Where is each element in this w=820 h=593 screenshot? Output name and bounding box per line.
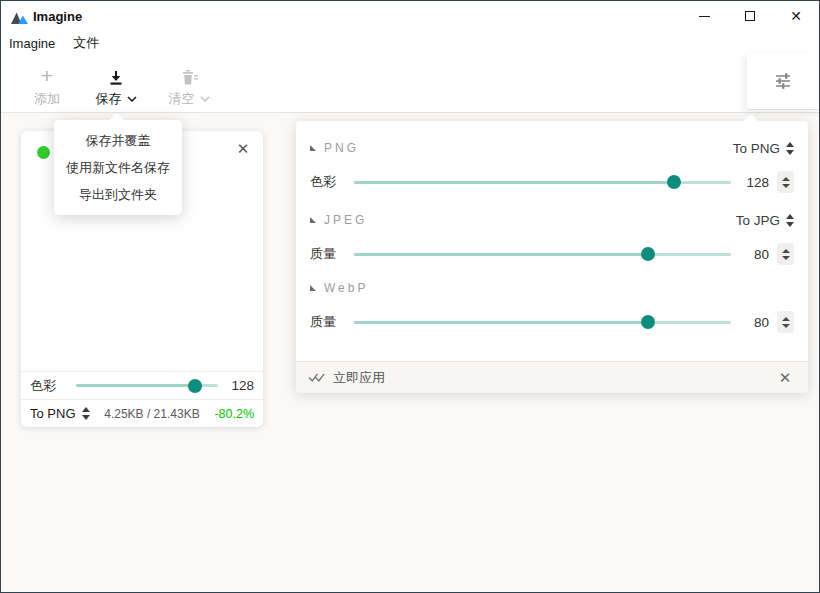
value-spinner[interactable] bbox=[777, 171, 794, 193]
main-area: ✕ 色彩 128 To PNG 4.25KB / 2 bbox=[1, 113, 819, 592]
section-name: JPEG bbox=[324, 213, 367, 227]
chevron-down-icon bbox=[200, 96, 210, 102]
value-spinner[interactable] bbox=[777, 311, 794, 333]
clear-button-label: 清空 bbox=[169, 90, 195, 108]
window-controls: ✕ bbox=[681, 1, 819, 31]
slider-thumb[interactable] bbox=[641, 247, 655, 261]
panel-close-button[interactable]: ✕ bbox=[774, 369, 796, 387]
settings-button[interactable] bbox=[747, 53, 819, 110]
jpeg-slider-row: 质量 80 bbox=[310, 231, 794, 277]
format-selector[interactable]: To PNG bbox=[30, 406, 90, 421]
format-label: To JPG bbox=[736, 213, 780, 228]
plus-icon: + bbox=[14, 64, 80, 86]
toolbar: + 添加 保存 bbox=[1, 55, 819, 113]
webp-slider-row: 质量 80 bbox=[310, 299, 794, 345]
slider-label: 色彩 bbox=[310, 173, 346, 191]
title-bar: Imagine ✕ bbox=[1, 1, 819, 31]
clear-button[interactable]: 清空 bbox=[156, 64, 222, 108]
updown-arrows-icon bbox=[82, 407, 90, 420]
slider-value: 80 bbox=[743, 247, 769, 262]
card-slider-row: 色彩 128 bbox=[21, 371, 263, 399]
minimize-icon bbox=[699, 16, 710, 17]
expand-icon bbox=[310, 145, 316, 151]
save-button[interactable]: 保存 bbox=[83, 64, 149, 108]
card-format-row: To PNG 4.25KB / 21.43KB -80.2% bbox=[21, 399, 263, 427]
slider-value: 80 bbox=[743, 315, 769, 330]
slider-label: 质量 bbox=[310, 313, 346, 331]
card-footer: 色彩 128 To PNG 4.25KB / 21.43KB -80.2% bbox=[21, 371, 263, 427]
jpeg-quality-slider[interactable] bbox=[354, 253, 731, 256]
value-spinner[interactable] bbox=[777, 243, 794, 265]
section-name: WebP bbox=[324, 281, 368, 295]
webp-quality-slider[interactable] bbox=[354, 321, 731, 324]
updown-arrows-icon bbox=[786, 142, 794, 155]
window-title: Imagine bbox=[33, 9, 82, 24]
section-name: PNG bbox=[324, 141, 359, 155]
jpeg-format-selector[interactable]: To JPG bbox=[736, 213, 794, 228]
panel-bottom-bar: 立即应用 ✕ bbox=[296, 361, 808, 393]
card-close-button[interactable]: ✕ bbox=[231, 137, 255, 161]
format-label: To PNG bbox=[30, 406, 76, 421]
chevron-down-icon bbox=[127, 96, 137, 102]
section-header-jpeg[interactable]: JPEG To JPG bbox=[310, 209, 794, 231]
png-color-slider[interactable] bbox=[354, 181, 731, 184]
slider-value: 128 bbox=[743, 175, 769, 190]
updown-arrows-icon bbox=[786, 214, 794, 227]
section-header-png[interactable]: PNG To PNG bbox=[310, 121, 794, 159]
menu-item-save-overwrite[interactable]: 保存并覆盖 bbox=[54, 127, 182, 154]
add-button[interactable]: + 添加 bbox=[14, 64, 80, 108]
double-check-icon bbox=[308, 372, 325, 383]
menu-file[interactable]: 文件 bbox=[64, 32, 108, 54]
slider-label: 色彩 bbox=[30, 377, 66, 395]
settings-panel: PNG To PNG 色彩 128 bbox=[296, 121, 808, 393]
slider-thumb[interactable] bbox=[188, 379, 202, 393]
savings-badge: -80.2% bbox=[214, 407, 254, 421]
menu-item-export-folder[interactable]: 导出到文件夹 bbox=[54, 181, 182, 208]
menu-imagine[interactable]: Imagine bbox=[1, 34, 64, 53]
menu-item-save-new-name[interactable]: 使用新文件名保存 bbox=[54, 154, 182, 181]
save-button-label: 保存 bbox=[96, 90, 122, 108]
maximize-icon bbox=[745, 11, 755, 21]
expand-icon bbox=[310, 217, 316, 223]
close-button[interactable]: ✕ bbox=[773, 1, 819, 31]
slider-value: 128 bbox=[228, 378, 254, 393]
slider-thumb[interactable] bbox=[667, 175, 681, 189]
add-button-label: 添加 bbox=[34, 90, 60, 108]
section-header-webp[interactable]: WebP bbox=[310, 277, 794, 299]
expand-icon bbox=[310, 285, 316, 291]
png-format-selector[interactable]: To PNG bbox=[733, 141, 794, 156]
slider-label: 质量 bbox=[310, 245, 346, 263]
tune-sliders-icon bbox=[772, 71, 794, 91]
minimize-button[interactable] bbox=[681, 1, 727, 31]
apply-now-label: 立即应用 bbox=[333, 369, 385, 387]
apply-now-toggle[interactable]: 立即应用 bbox=[308, 369, 385, 387]
file-sizes: 4.25KB / 21.43KB bbox=[90, 407, 215, 421]
save-dropdown-menu: 保存并覆盖 使用新文件名保存 导出到文件夹 bbox=[54, 120, 182, 215]
app-window: Imagine ✕ Imagine 文件 + 添加 保存 bbox=[0, 0, 820, 593]
color-slider[interactable] bbox=[76, 384, 218, 387]
app-logo-icon bbox=[11, 10, 28, 28]
format-label: To PNG bbox=[733, 141, 780, 156]
trash-icon bbox=[156, 64, 222, 86]
maximize-button[interactable] bbox=[727, 1, 773, 31]
png-slider-row: 色彩 128 bbox=[310, 159, 794, 205]
menu-bar: Imagine 文件 bbox=[1, 31, 108, 55]
slider-thumb[interactable] bbox=[641, 315, 655, 329]
status-dot bbox=[37, 146, 50, 159]
close-icon: ✕ bbox=[790, 9, 802, 23]
download-icon bbox=[83, 64, 149, 86]
